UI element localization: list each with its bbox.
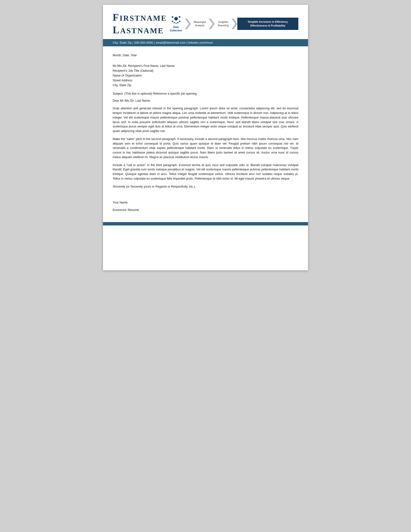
svg-point-2: [179, 16, 180, 18]
contact-info: City, State Zip | 000-000-0000 | email@f…: [113, 41, 213, 44]
step3-label: Insightful Reporting: [218, 20, 229, 27]
salutation-text: Dear Mr./Ms./Dr. Last Name:: [113, 99, 151, 102]
signature-name: Your Name: [113, 200, 298, 205]
step1-label: Data Collection: [170, 26, 182, 32]
step-insightful-reporting: Insightful Reporting: [215, 19, 232, 29]
step-meaningful-analysis: Meaningful Analysis: [191, 19, 209, 29]
pipeline-step-1: Data Collection: [167, 13, 185, 34]
svg-point-7: [175, 23, 177, 24]
arrow-3: [232, 18, 237, 30]
enclosure-line: Enclosure: Résumé: [113, 208, 298, 212]
pipeline-diagram: Data Collection Meaningful Analysis: [167, 13, 298, 34]
recipient-name: Mr./Ms./Dr. Recipient's First Name, Last…: [113, 64, 298, 68]
last-name: LASTNAME: [113, 24, 167, 36]
document-page: FIRSTNAME LASTNAME: [103, 5, 308, 270]
date: Month, Date, Year: [113, 54, 137, 57]
letter-body: Month, Date, Year Mr./Ms./Dr. Recipient'…: [103, 46, 308, 222]
paragraph-2: Make the “sales” pitch in the second par…: [113, 137, 298, 160]
pipeline-step-3: Insightful Reporting: [215, 19, 232, 29]
recipient-block: Mr./Ms./Dr. Recipient's First Name, Last…: [113, 64, 298, 88]
salutation: Dear Mr./Ms./Dr. Last Name:: [113, 98, 298, 103]
date-line: Month, Date, Year: [113, 53, 298, 58]
step2-label: Meaningful Analysis: [194, 20, 206, 27]
svg-marker-10: [232, 19, 237, 29]
first-name: FIRSTNAME: [113, 12, 167, 23]
footer-bar: [103, 222, 308, 226]
paragraph-1: Grab attention and generate interest in …: [113, 106, 298, 133]
step-data-collection: Data Collection: [167, 13, 185, 34]
pipeline-step-2: Meaningful Analysis: [191, 19, 209, 29]
recipient-org: Name of Organization: [113, 73, 298, 78]
name-block: FIRSTNAME LASTNAME: [113, 12, 167, 36]
subject-line: Subject: (This line is optional) Referen…: [113, 92, 298, 96]
svg-point-1: [172, 16, 173, 18]
paragraph-3: Include a “call to action” in the third …: [113, 163, 298, 181]
step4-label: Tangible Increases in Efficiency, Effect…: [240, 20, 295, 28]
closing-line: Sincerely (or Sincerely yours or Regards…: [113, 184, 298, 189]
step-tangible: Tangible Increases in Efficiency, Effect…: [237, 18, 298, 30]
arrow-2: [209, 18, 215, 30]
svg-point-6: [177, 22, 178, 23]
data-collection-icon: [171, 15, 181, 25]
recipient-city: City, State Zip: [113, 83, 298, 88]
pipeline-step-4: Tangible Increases in Efficiency, Effect…: [237, 18, 298, 30]
svg-marker-9: [209, 19, 215, 29]
svg-point-0: [174, 17, 178, 20]
arrow-1: [185, 18, 191, 30]
recipient-title: Recipient's Job Title (Optional): [113, 68, 298, 73]
header: FIRSTNAME LASTNAME: [103, 5, 308, 36]
svg-point-5: [174, 22, 175, 23]
recipient-address: Street Address: [113, 78, 298, 83]
subject-text: Subject: (This line is optional) Referen…: [113, 92, 197, 95]
svg-point-3: [172, 20, 173, 22]
svg-marker-8: [185, 19, 191, 29]
contact-bar: City, State Zip | 000-000-0000 | email@f…: [103, 39, 308, 46]
svg-point-4: [179, 20, 180, 22]
